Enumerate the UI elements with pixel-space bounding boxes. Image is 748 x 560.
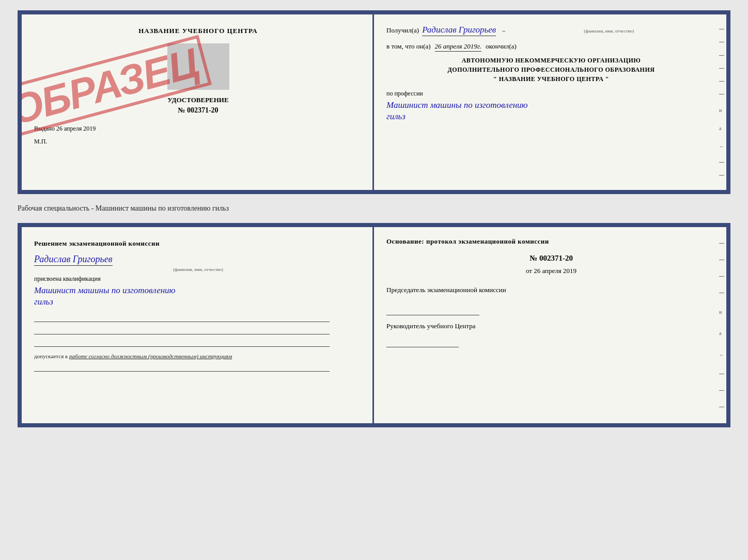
top-date: 26 апреля 2019г. xyxy=(435,42,481,52)
ot-label: от xyxy=(526,267,532,275)
bottom-qualification: Машинист машины по изготовлению гильз xyxy=(34,285,362,308)
profession-cursive: Машинист машины по изготовлению гильз xyxy=(386,100,716,122)
prisvoena-label: присвоена квалификация xyxy=(34,275,362,283)
poluchil-line: Получил(а) Радислав Григорьев – (фамилия… xyxy=(386,25,716,36)
poluchil-label: Получил(а) xyxy=(386,26,419,35)
rukovoditel-signature-line xyxy=(386,335,459,347)
underline-row-2 xyxy=(34,324,330,334)
bottom-document: Решением экзаменационной комиссии Радисл… xyxy=(18,223,730,427)
top-center-name: НАЗВАНИЕ УЧЕБНОГО ЦЕНТРА xyxy=(34,27,362,35)
bottom-date: 26 апреля 2019 xyxy=(534,267,576,275)
ot-date: от 26 апреля 2019 xyxy=(386,267,716,275)
top-document: НАЗВАНИЕ УЧЕБНОГО ЦЕНТРА УДОСТОВЕРЕНИЕ №… xyxy=(18,10,730,194)
org-line1: АВТОНОМНУЮ НЕКОММЕРЧЕСКУЮ ОРГАНИЗАЦИЮ xyxy=(386,56,716,65)
bottom-doc-left: Решением экзаменационной комиссии Радисл… xyxy=(22,227,374,423)
mp-label: М.П. xyxy=(34,138,362,146)
org-block: АВТОНОМНУЮ НЕКОММЕРЧЕСКУЮ ОРГАНИЗАЦИЮ ДО… xyxy=(386,56,716,84)
bottom-fio-sub: (фамилия, имя, отчество) xyxy=(34,267,362,272)
rukovoditel-block: Руководитель учебного Центра xyxy=(386,322,716,331)
dopuskaetsya-italic: работе согласно должностным (производств… xyxy=(69,353,232,359)
fio-sub-top: (фамилия, имя, отчество) xyxy=(584,28,634,34)
underline-row-3 xyxy=(34,337,330,347)
vydano-label: Выдано xyxy=(34,125,55,132)
top-doc-right: Получил(а) Радислав Григорьев – (фамилия… xyxy=(374,14,726,190)
resheniem-title: Решением экзаменационной комиссии xyxy=(34,239,362,248)
photo-placeholder xyxy=(167,43,229,90)
protocol-number: № 002371-20 xyxy=(386,254,716,263)
udostoverenie-number: № 002371-20 xyxy=(34,106,362,115)
separator-label: Рабочая специальность - Машинист машины … xyxy=(18,202,730,215)
obrazec-stamp: ОБРАЗЕЦ xyxy=(26,20,183,154)
vydano-date: 26 апреля 2019 xyxy=(56,125,96,132)
org-line3: " НАЗВАНИЕ УЧЕБНОГО ЦЕНТРА " xyxy=(386,74,716,84)
predsedatel-signature-line xyxy=(386,303,479,315)
org-line2: ДОПОЛНИТЕЛЬНОГО ПРОФЕССИОНАЛЬНОГО ОБРАЗО… xyxy=(386,65,716,74)
bottom-recipient-name: Радислав Григорьев xyxy=(34,254,113,266)
dopuskaetsya-line: допускается к работе согласно должностны… xyxy=(34,353,362,359)
predsedatel-block: Председатель экзаменационной комиссии xyxy=(386,285,716,295)
top-doc-left: НАЗВАНИЕ УЧЕБНОГО ЦЕНТРА УДОСТОВЕРЕНИЕ №… xyxy=(22,14,374,190)
udostoverenie-label: УДОСТОВЕРЕНИЕ xyxy=(34,96,362,104)
bottom-doc-right: Основание: протокол экзаменационной коми… xyxy=(374,227,726,423)
underline-row-1 xyxy=(34,312,330,322)
dopuskaetsya-label: допускается к xyxy=(34,353,68,359)
vtom-label: в том, что он(а) xyxy=(386,42,431,51)
underline-row-4 xyxy=(34,361,330,372)
rukovoditel-label: Руководитель учебного Центра xyxy=(386,322,476,330)
okonchil-label: окончил(а) xyxy=(486,42,517,51)
vtom-line: в том, что он(а) 26 апреля 2019г. окончи… xyxy=(386,42,716,52)
bottom-underlines xyxy=(34,312,362,347)
bottom-name-block: Радислав Григорьев xyxy=(34,254,362,266)
predsedatel-label: Председатель экзаменационной комиссии xyxy=(386,286,506,294)
osnovanie-title: Основание: протокол экзаменационной коми… xyxy=(386,237,716,246)
right-edge-dashes: и а ← xyxy=(719,25,724,180)
vydano-line: Выдано 26 апреля 2019 xyxy=(34,125,362,133)
bottom-right-edge-dashes: и а ← xyxy=(719,237,724,413)
po-professii-label: по профессии xyxy=(386,90,716,98)
recipient-name-top: Радислав Григорьев xyxy=(422,25,496,36)
